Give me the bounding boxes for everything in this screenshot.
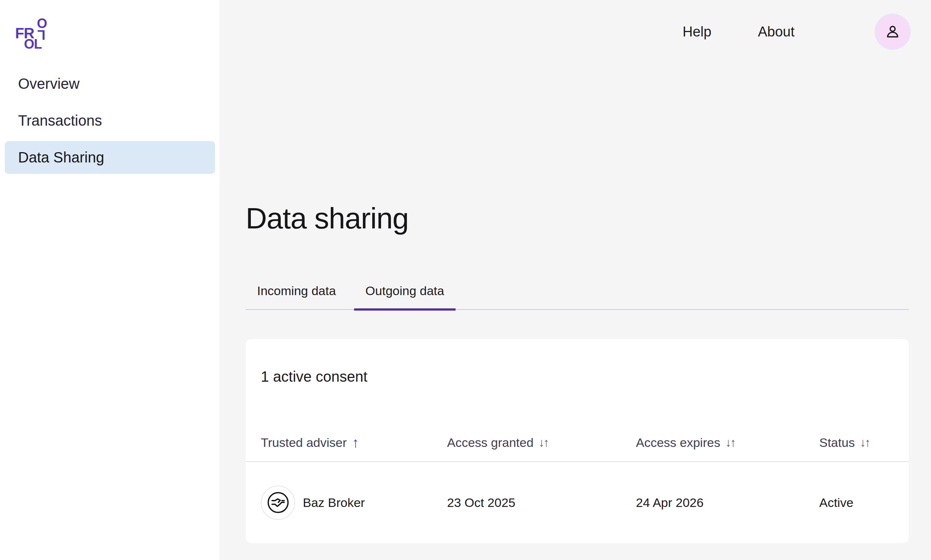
logo-text: OL xyxy=(24,38,42,51)
user-avatar-button[interactable] xyxy=(876,15,909,48)
column-label: Access granted xyxy=(447,435,533,450)
tab-label: Outgoing data xyxy=(366,284,445,298)
consents-card: 1 active consent Trusted adviser ↑ Acces… xyxy=(245,339,909,543)
sort-toggle-icon: ↓↑ xyxy=(726,437,735,448)
sidebar-item-data-sharing[interactable]: Data Sharing xyxy=(5,141,215,174)
broker-logo xyxy=(261,486,295,520)
column-header-trusted-adviser[interactable]: Trusted adviser ↑ xyxy=(261,435,447,450)
column-header-access-expires[interactable]: Access expires ↓↑ xyxy=(636,435,819,450)
column-header-status[interactable]: Status ↓↑ xyxy=(819,435,894,450)
column-header-access-granted[interactable]: Access granted ↓↑ xyxy=(447,435,636,450)
adviser-cell: Baz Broker xyxy=(261,486,447,520)
adviser-name: Baz Broker xyxy=(303,495,365,510)
column-label: Trusted adviser xyxy=(261,435,347,450)
tab-incoming-data[interactable]: Incoming data xyxy=(245,284,347,311)
person-icon xyxy=(884,23,902,40)
help-link[interactable]: Help xyxy=(683,24,712,40)
tab-bar: Incoming data Outgoing data xyxy=(245,284,909,310)
app-window: FR O L OL Overview Transactions Data Sha… xyxy=(0,0,931,560)
sidebar-item-label: Overview xyxy=(18,75,80,92)
sidebar-item-overview[interactable]: Overview xyxy=(5,68,215,100)
top-bar: Help About xyxy=(245,15,909,48)
handshake-icon xyxy=(266,490,290,515)
tab-label: Incoming data xyxy=(257,284,336,298)
table-header-row: Trusted adviser ↑ Access granted ↓↑ Acce… xyxy=(261,434,894,451)
sort-toggle-icon: ↓↑ xyxy=(539,437,548,448)
sidebar-item-label: Data Sharing xyxy=(18,149,104,166)
sidebar-nav: Overview Transactions Data Sharing xyxy=(0,68,219,174)
about-link[interactable]: About xyxy=(758,24,795,40)
access-granted-value: 23 Oct 2025 xyxy=(447,495,636,510)
consent-count-summary: 1 active consent xyxy=(261,368,894,385)
tab-outgoing-data[interactable]: Outgoing data xyxy=(354,284,456,311)
sidebar-item-label: Transactions xyxy=(18,112,102,129)
sidebar: FR O L OL Overview Transactions Data Sha… xyxy=(0,0,219,560)
main-content: Help About Data sharing Incoming data Ou… xyxy=(219,0,931,560)
table-row[interactable]: Baz Broker 23 Oct 2025 24 Apr 2026 Activ… xyxy=(261,462,894,543)
access-expires-value: 24 Apr 2026 xyxy=(636,495,819,510)
page-title: Data sharing xyxy=(245,202,909,235)
sort-ascending-icon: ↑ xyxy=(352,435,359,449)
column-label: Status xyxy=(819,435,855,450)
frollo-logo[interactable]: FR O L OL xyxy=(15,18,49,49)
sort-toggle-icon: ↓↑ xyxy=(860,437,869,448)
status-value: Active xyxy=(819,495,894,510)
column-label: Access expires xyxy=(636,435,720,450)
sidebar-item-transactions[interactable]: Transactions xyxy=(5,104,215,137)
